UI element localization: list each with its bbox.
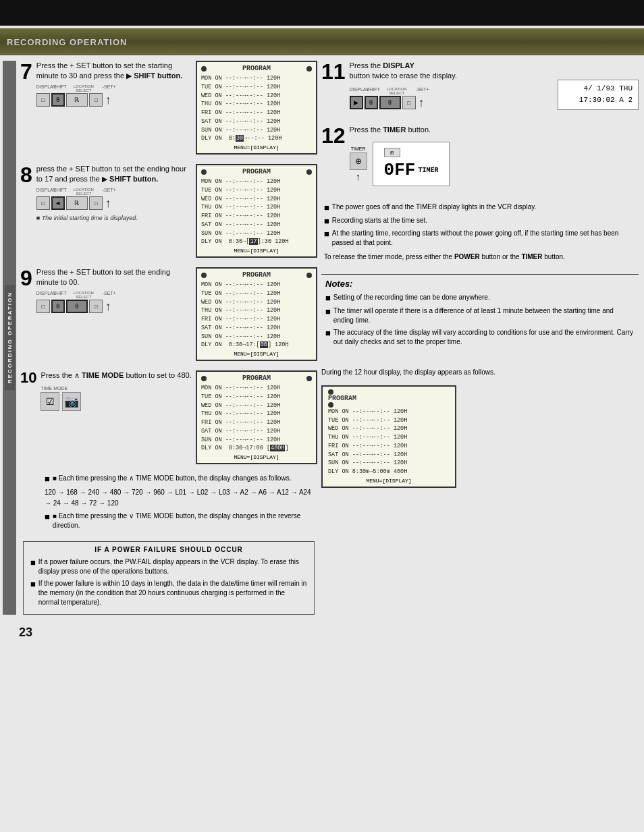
panel-row12h-6: SUN ON --:--→--:-- 120H bbox=[328, 459, 450, 468]
btn-shift-8[interactable]: ◄ bbox=[51, 196, 65, 210]
label-set-9: -SET+ bbox=[100, 291, 119, 299]
panel-row12h-2: WED ON --:--→--:-- 120H bbox=[328, 424, 450, 433]
panel-row12h-5: SAT ON --:--→--:-- 120H bbox=[328, 451, 450, 460]
note-1: ■ Setting of the recording time can be d… bbox=[325, 293, 635, 304]
page-container: RECORDING OPERATION RECORDING OPERATION … bbox=[0, 0, 644, 650]
panel-dot-right-7 bbox=[306, 66, 312, 72]
recording-sidebar-label: RECORDING OPERATION bbox=[5, 285, 15, 390]
label-display-7: DISPLAY bbox=[36, 84, 51, 92]
step10-panel: PROGRAM MON ON --:--→--:-- 120H TUE ON -… bbox=[196, 370, 317, 464]
btn-display-9[interactable]: □ bbox=[36, 300, 50, 313]
panel-dot-left-7 bbox=[201, 66, 207, 72]
release-text: To release the timer mode, press either … bbox=[324, 252, 639, 262]
step9-panel: PROGRAM MON ON --:--→--:-- 120H TUE ON -… bbox=[196, 267, 317, 361]
panel-title-9: PROGRAM bbox=[207, 271, 306, 279]
panel-title-12h: PROGRAM bbox=[328, 395, 356, 402]
panel-row8-7: DLY ON 8:30→[17]:30 120H bbox=[201, 238, 312, 246]
left-column: 7 Press the + SET button to set the star… bbox=[20, 61, 317, 615]
step7-content: Press the + SET button to set the starti… bbox=[36, 61, 192, 107]
arrow-up-11: ↑ bbox=[419, 96, 425, 110]
panel-row10-6: SUN ON --:--→--:-- 120H bbox=[201, 436, 312, 445]
step11-text: Press the DISPLAYbutton twice to erase t… bbox=[350, 61, 548, 82]
panel-row10-4: FRI ON --:--→--:-- 120H bbox=[201, 418, 312, 427]
panel-row10-2: WED ON --:--→--:-- 120H bbox=[201, 401, 312, 410]
step9-number: 9 bbox=[20, 266, 32, 290]
step7-number: 7 bbox=[20, 59, 32, 84]
btn-locsel-11[interactable]: θ bbox=[379, 96, 401, 109]
btn-blank-7[interactable]: □ bbox=[89, 93, 103, 107]
page-number-container: 23 bbox=[0, 615, 644, 650]
panel-row7-6: SUN ON --:--→--:-- 120H bbox=[201, 126, 312, 135]
btn-blank-11[interactable]: □ bbox=[402, 96, 416, 109]
panel-row7-7: DLY ON 8:30→--:-- 120H bbox=[201, 134, 312, 143]
panel-row9-6: SUN ON --:--→--:-- 120H bbox=[201, 333, 312, 341]
btn-locsel-9[interactable]: θ bbox=[66, 300, 88, 313]
pf-bullet-1: ■ If a power failure occurs, the PW.FAIL… bbox=[30, 557, 307, 576]
panel-title-10: PROGRAM bbox=[207, 375, 306, 382]
step10-text: Press the ∧ TIME MODE button to set to 4… bbox=[41, 370, 192, 381]
btn-locsel-7[interactable]: ℝ bbox=[66, 93, 88, 107]
timer-display-text: 0FF bbox=[384, 160, 416, 180]
btn-timer-12[interactable]: ⊕ bbox=[350, 152, 367, 170]
step11-number: 11 bbox=[321, 59, 346, 84]
vcr-indicator-12: ⊞ bbox=[384, 148, 400, 157]
notes-section: Notes: ■ Setting of the recording time c… bbox=[321, 274, 639, 354]
panel-row7-5: SAT ON --:--→--:-- 120H bbox=[201, 117, 312, 126]
btn-shift-11[interactable]: θ bbox=[365, 96, 378, 109]
arrow-up-12: ↑ bbox=[356, 171, 360, 182]
panel-menu-7: MENU=[DISPLAY] bbox=[201, 144, 312, 150]
notes-title: Notes: bbox=[325, 279, 635, 289]
btn-display-8[interactable]: □ bbox=[36, 196, 50, 210]
pf-title: IF A POWER FAILURE SHOULD OCCUR bbox=[30, 546, 307, 553]
step12-block: 12 Press the TIMER button. TIMER ⊕ ↑ ⊞ bbox=[321, 125, 639, 186]
panel-title-8: PROGRAM bbox=[207, 168, 306, 175]
panel-menu-8: MENU=[DISPLAY] bbox=[201, 248, 312, 254]
step10-change-list: 120 → 168 → 240 → 480 → 720 → 960 → L01 … bbox=[45, 487, 315, 509]
btn-check-10[interactable]: ☑ bbox=[41, 392, 59, 411]
power-failure-section: IF A POWER FAILURE SHOULD OCCUR ■ If a p… bbox=[23, 541, 315, 615]
twelve-hour-intro: During the 12 hour display, the display … bbox=[321, 367, 639, 377]
label-display-8: DISPLAY bbox=[36, 188, 51, 196]
panel-dot-right-8 bbox=[306, 169, 312, 175]
btn-locsel-8[interactable]: ℝ bbox=[66, 196, 88, 210]
panel-row12h-4: FRI ON --:--→--:-- 120H bbox=[328, 442, 450, 451]
arrow-up-9: ↑ bbox=[105, 300, 111, 314]
panel-row9-2: WED ON --:--→--:-- 120H bbox=[201, 298, 312, 307]
panel-row12h-1: TUE ON --:--→--:-- 120H bbox=[328, 416, 450, 425]
arrow-up-8: ↑ bbox=[105, 196, 111, 211]
top-bar bbox=[0, 0, 644, 26]
btn-display-7[interactable]: □ bbox=[36, 93, 50, 107]
step10-block: 10 Press the ∧ TIME MODE button to set t… bbox=[20, 370, 317, 464]
label-set-11: -SET+ bbox=[413, 87, 432, 95]
step12-content: Press the TIMER button. TIMER ⊕ ↑ ⊞ 0FF bbox=[350, 125, 639, 186]
step8-content: press the + SET button to set the ending… bbox=[36, 164, 192, 221]
label-locsel-7: LOCATION SELECT bbox=[69, 84, 99, 92]
panel-row9-1: TUE ON --:--→--:-- 120H bbox=[201, 289, 312, 298]
panel-row7-4: FRI ON --:--→--:-- 120H bbox=[201, 109, 312, 117]
panel-row9-3: THU ON --:--→--:-- 120H bbox=[201, 306, 312, 315]
btn-shift-7[interactable]: θ bbox=[51, 93, 65, 107]
panel-row8-0: MON ON --:--→--:-- 120H bbox=[201, 177, 312, 186]
step10-content: Press the ∧ TIME MODE button to set to 4… bbox=[41, 370, 192, 411]
step8-note: ■ The initial starting time is displayed… bbox=[36, 215, 192, 221]
panel-title-7: PROGRAM bbox=[207, 65, 306, 72]
arrow-up-7: ↑ bbox=[105, 93, 111, 107]
btn-blank-9[interactable]: □ bbox=[89, 300, 103, 313]
time-display-11: 4/ 1/93 THU17:30:02 A 2 bbox=[564, 83, 633, 107]
btn-blank-8[interactable]: □ bbox=[89, 196, 103, 210]
panel-row8-2: WED ON --:--→--:-- 120H bbox=[201, 195, 312, 204]
btn-camera-10[interactable]: 📷 bbox=[62, 392, 81, 411]
btn-display-11[interactable]: ▶ bbox=[350, 96, 363, 109]
panel-row10-1: TUE ON --:--→--:-- 120H bbox=[201, 393, 312, 401]
panel-row12h-3: THU ON --:--→--:-- 120H bbox=[328, 433, 450, 442]
panel-row8-4: FRI ON --:--→--:-- 120H bbox=[201, 212, 312, 221]
panel-menu-10: MENU=[DISPLAY] bbox=[201, 454, 312, 460]
btn-shift-9[interactable]: θ bbox=[51, 300, 65, 313]
note-3: ■ The accuracy of the time display will … bbox=[325, 328, 635, 347]
step7-text: Press the + SET button to set the starti… bbox=[36, 61, 192, 82]
panel-dot-right-9 bbox=[306, 273, 312, 278]
section-header-bar: RECORDING OPERATION bbox=[0, 28, 644, 55]
panel-row9-4: FRI ON --:--→--:-- 120H bbox=[201, 315, 312, 324]
label-set-8: -SET+ bbox=[100, 188, 119, 196]
step12-number: 12 bbox=[321, 123, 346, 148]
